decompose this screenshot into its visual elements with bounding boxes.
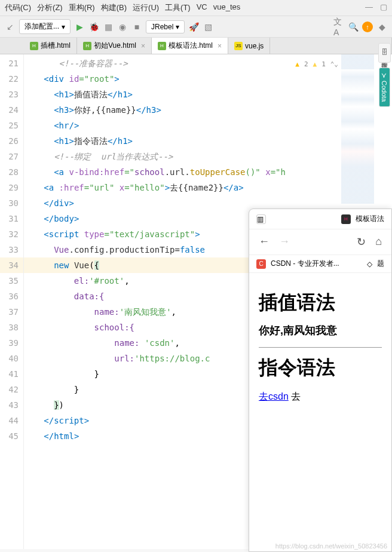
jrebel-dropdown[interactable]: JRebel ▾	[146, 20, 185, 33]
menu-code[interactable]: 代码(C)	[5, 2, 31, 13]
menu-run[interactable]: 运行(U)	[133, 2, 159, 13]
run-config-dropdown[interactable]: 添加配置... ▾	[19, 19, 71, 34]
tab-vuejs[interactable]: JSvue.js	[228, 38, 270, 54]
debug-icon[interactable]: 🐞	[88, 22, 99, 32]
weak-warning-icon: ▲	[313, 57, 317, 72]
editor-tabs: H插槽.html H初始Vue.html× H模板语法.html× JSvue.…	[0, 38, 392, 54]
greeting-text: 你好,南风知我意	[259, 323, 382, 338]
divider	[259, 347, 382, 348]
right-sidebar: 🗄数据库 ≻Codota	[376, 41, 392, 107]
bookmark-other-icon[interactable]: ◇	[367, 260, 372, 268]
stop-icon[interactable]: ■	[131, 22, 142, 32]
menu-build[interactable]: 构建(B)	[101, 2, 127, 13]
forward-icon[interactable]: →	[279, 235, 290, 249]
text-after-link: 去	[289, 391, 301, 401]
minimap[interactable]	[341, 54, 374, 204]
search-icon[interactable]: 🔍	[348, 22, 359, 32]
csdn-icon: C	[256, 259, 266, 269]
coverage-icon[interactable]: ▦	[103, 22, 114, 32]
chevron-icon: ⌃⌄	[330, 57, 338, 72]
browser-nav: ← → ↻ ⌂	[249, 229, 391, 255]
bookmarks-bar: C CSDN - 专业开发者... ◇ 题	[249, 255, 391, 273]
watermark: https://blog.csdn.net/weixin_50823456	[275, 542, 387, 550]
js-icon: JS	[234, 42, 243, 50]
minimize-icon[interactable]: —	[365, 2, 373, 13]
run-icon[interactable]: ▶	[74, 22, 85, 32]
browser-titlebar: ▥ H 模板语法	[249, 209, 391, 229]
menu-bar: 代码(C) 分析(Z) 重构(R) 构建(B) 运行(U) 工具(T) VC v…	[0, 0, 392, 16]
window-title: vue_tes	[213, 2, 241, 13]
reload-icon[interactable]: ↻	[357, 235, 366, 249]
link-csdn[interactable]: 去csdn	[259, 391, 289, 401]
home-icon[interactable]: ⌂	[375, 235, 382, 249]
warning-icon: ▲	[295, 57, 299, 72]
codota-tool[interactable]: ≻Codota	[379, 68, 390, 107]
rocket-icon[interactable]: 🚀	[188, 22, 199, 32]
close-icon[interactable]: ×	[141, 42, 145, 50]
browser-content: 插值语法 你好,南风知我意 指令语法 去csdn 去	[249, 273, 391, 551]
box-icon[interactable]: ▧	[203, 22, 213, 32]
terminal-icon: ≻	[381, 73, 388, 78]
back-icon[interactable]: ←	[259, 235, 270, 249]
heading-directive: 指令语法	[259, 355, 382, 381]
chevron-down-icon: ▾	[62, 23, 65, 31]
profile-icon[interactable]: ◉	[117, 22, 128, 32]
heading-interpolation: 插值语法	[259, 290, 382, 316]
tab-slot[interactable]: H插槽.html	[24, 38, 77, 54]
browser-tab-title: 模板语法	[356, 214, 384, 224]
database-icon: 🗄	[381, 48, 388, 55]
favicon: H	[341, 214, 351, 224]
tab-template[interactable]: H模板语法.html×	[152, 38, 228, 54]
menu-refactor[interactable]: 重构(R)	[69, 2, 95, 13]
menu-tools[interactable]: 工具(T)	[165, 2, 191, 13]
sidebar-toggle-icon[interactable]: ▥	[256, 214, 266, 224]
chevron-down-icon: ▾	[176, 23, 179, 31]
html-icon: H	[30, 42, 38, 50]
update-icon[interactable]: ↑	[362, 22, 373, 32]
menu-vcs[interactable]: VC	[197, 2, 207, 13]
line-gutter: 2122232425262728293031323334353637383940…	[0, 54, 24, 549]
maximize-icon[interactable]: ▢	[380, 2, 387, 13]
menu-analyze[interactable]: 分析(Z)	[37, 2, 63, 13]
tab-initvue[interactable]: H初始Vue.html×	[77, 38, 152, 54]
bookmark-csdn[interactable]: CSDN - 专业开发者...	[271, 259, 339, 269]
translate-icon[interactable]: 文A	[333, 22, 344, 32]
browser-preview: ▥ H 模板语法 ← → ↻ ⌂ C CSDN - 专业开发者... ◇ 题 插…	[249, 208, 392, 552]
html-icon: H	[83, 42, 91, 50]
close-icon[interactable]: ×	[218, 42, 222, 50]
back-icon[interactable]: ↙	[5, 22, 16, 32]
database-tool[interactable]: 🗄数据库	[378, 43, 391, 63]
html-icon: H	[158, 42, 166, 50]
inspection-badges[interactable]: ▲2 ▲1 ⌃⌄	[295, 57, 338, 72]
logo-icon: ◆	[376, 22, 387, 32]
toolbar: ↙ 添加配置... ▾ ▶ 🐞 ▦ ◉ ■ JRebel ▾ 🚀 ▧ 文A 🔍 …	[0, 16, 392, 38]
